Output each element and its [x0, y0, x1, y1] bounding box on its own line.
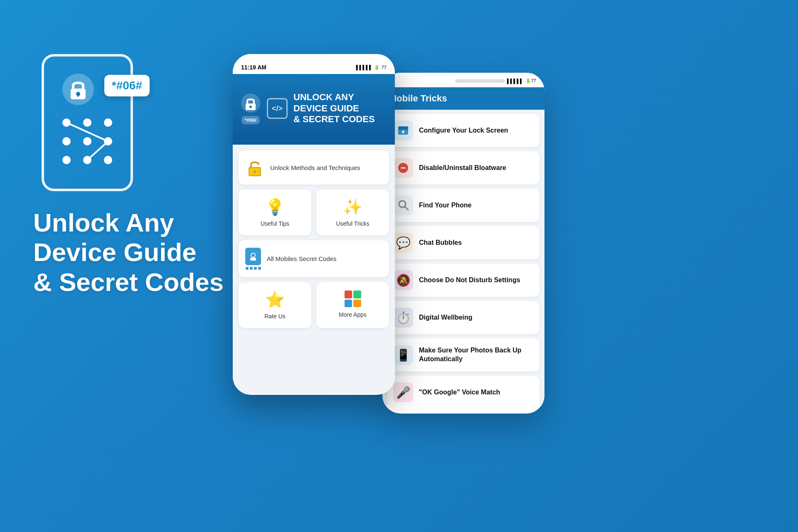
wand-icon: ✨	[343, 198, 362, 216]
lock-icon	[62, 73, 95, 106]
secret-codes-icon	[245, 248, 261, 270]
phone2-header: Mobile Tricks	[382, 87, 544, 110]
svg-rect-3	[77, 94, 79, 97]
list-item-8-label: "OK Google" Voice Match	[419, 388, 500, 397]
phone-mockup-2: M ▌▌▌▌▌ 🔋77 Mobile Tricks Configure Your…	[382, 73, 544, 414]
phone2-list: Configure Your Lock Screen Disable/Unins…	[382, 110, 544, 405]
bloatware-icon	[393, 158, 413, 178]
card-secret-codes[interactable]: All Mobiles Secret Codes	[239, 240, 389, 277]
list-item-7-label: Make Sure Your Photos Back Up Automatica…	[419, 346, 534, 364]
bulb-icon: 💡	[265, 198, 285, 216]
svg-rect-23	[250, 258, 256, 261]
phone1-content: Unlock Methods and Techniques 💡 Useful T…	[233, 145, 395, 394]
app-header-code: *#06#	[245, 118, 257, 123]
list-item-4-label: Chat Bubbles	[419, 239, 462, 247]
svg-point-22	[251, 253, 255, 257]
app-header: *#06# </> UNLOCK ANY DEVICE GUIDE & SECR…	[233, 74, 395, 145]
svg-line-31	[405, 207, 408, 210]
photos-backup-icon: 📱	[393, 345, 413, 365]
card4a-label: Rate Us	[264, 313, 286, 320]
headline: Unlock Any Device Guide & Secret Codes	[33, 208, 233, 297]
star-icon: ⭐	[265, 291, 285, 309]
svg-point-12	[104, 156, 112, 164]
card-rate-us[interactable]: ⭐ Rate Us	[239, 282, 311, 328]
list-item-1-label: Configure Your Lock Screen	[419, 126, 508, 135]
pattern-dots	[54, 114, 121, 168]
ok-google-icon: 🎤	[393, 382, 413, 402]
status-icons: ▌▌▌▌▌ 🔋 77	[356, 65, 387, 70]
lock-screen-icon	[393, 121, 413, 140]
signal-icon: ▌▌▌▌▌	[356, 65, 372, 70]
headline-line1: Unlock Any	[33, 208, 233, 237]
card2a-label: Useful Tips	[261, 220, 289, 227]
status-time: 11:19 AM	[241, 64, 266, 71]
svg-point-10	[62, 156, 71, 164]
list-item-6-label: Digital Wellbeing	[419, 313, 473, 322]
svg-point-6	[104, 118, 112, 127]
left-section: *#06# Unlock Any Device Guide & Secret C…	[33, 50, 233, 297]
chat-bubbles-icon: 💬	[393, 233, 413, 253]
phone2-status-icons: ▌▌▌▌▌ 🔋77	[455, 78, 536, 84]
svg-rect-27	[403, 132, 404, 133]
digital-wellbeing-icon: ⏱️	[393, 308, 413, 328]
card3-label: All Mobiles Secret Codes	[267, 255, 337, 262]
card2b-label: Useful Tricks	[336, 220, 369, 227]
phone-illustration: *#06#	[33, 50, 141, 191]
list-item-find-phone[interactable]: Find Your Phone	[387, 189, 539, 222]
svg-point-8	[83, 137, 91, 145]
battery-percent: 77	[382, 65, 387, 70]
card-useful-tricks[interactable]: ✨ Useful Tricks	[316, 190, 389, 235]
list-item-2-label: Disable/Uninstall Bloatware	[419, 164, 506, 172]
list-item-digital-wellbeing[interactable]: ⏱️ Digital Wellbeing	[387, 301, 539, 334]
phone2-title: Mobile Tricks	[389, 93, 447, 103]
headline-line2: Device Guide	[33, 237, 233, 267]
secret-code-badge: *#06#	[104, 75, 150, 96]
list-item-chat-bubbles[interactable]: 💬 Chat Bubbles	[387, 226, 539, 259]
svg-point-5	[83, 118, 91, 127]
svg-rect-25	[398, 126, 408, 130]
battery-icon: 🔋	[374, 65, 380, 70]
more-apps-icon	[345, 291, 361, 307]
list-item-3-label: Find Your Phone	[419, 201, 472, 210]
cards-row-tips: 💡 Useful Tips ✨ Useful Tricks	[239, 190, 389, 235]
list-item-lock-screen[interactable]: Configure Your Lock Screen	[387, 114, 539, 147]
phone2-signal: ▌▌▌▌▌	[507, 79, 523, 84]
svg-point-7	[62, 137, 71, 145]
list-item-dnd[interactable]: 🔕 Choose Do Not Disturb Settings	[387, 264, 539, 297]
app-header-lock-icon	[240, 93, 261, 113]
card4b-label: More Apps	[339, 311, 367, 318]
find-phone-icon	[393, 195, 413, 215]
svg-rect-29	[401, 167, 406, 169]
list-item-photos-backup[interactable]: 📱 Make Sure Your Photos Back Up Automati…	[387, 338, 539, 372]
secret-code-text: *#06#	[112, 79, 142, 92]
headline-line3: & Secret Codes	[33, 267, 233, 297]
phone-mockup-1: 11:19 AM ▌▌▌▌▌ 🔋 77 *#06# </> UNLOC	[233, 54, 395, 395]
svg-line-14	[87, 141, 108, 160]
unlock-lock-icon	[245, 158, 264, 177]
cards-row-rate: ⭐ Rate Us More Apps	[239, 282, 389, 328]
list-item-bloatware[interactable]: Disable/Uninstall Bloatware	[387, 151, 539, 185]
phone2-status-bar: M ▌▌▌▌▌ 🔋77	[382, 73, 544, 87]
card-useful-tips[interactable]: 💡 Useful Tips	[239, 190, 311, 235]
card1-label: Unlock Methods and Techniques	[270, 164, 360, 171]
svg-rect-21	[254, 172, 256, 174]
dnd-icon: 🔕	[393, 270, 413, 290]
list-item-ok-google[interactable]: 🎤 "OK Google" Voice Match	[387, 376, 539, 405]
app-header-title: UNLOCK ANY DEVICE GUIDE & SECRET CODES	[293, 92, 387, 125]
card-unlock-methods[interactable]: Unlock Methods and Techniques	[239, 150, 389, 185]
list-item-5-label: Choose Do Not Disturb Settings	[419, 276, 520, 285]
svg-point-17	[249, 106, 252, 108]
phone2-battery: 🔋77	[525, 78, 536, 84]
card-more-apps[interactable]: More Apps	[316, 282, 389, 328]
